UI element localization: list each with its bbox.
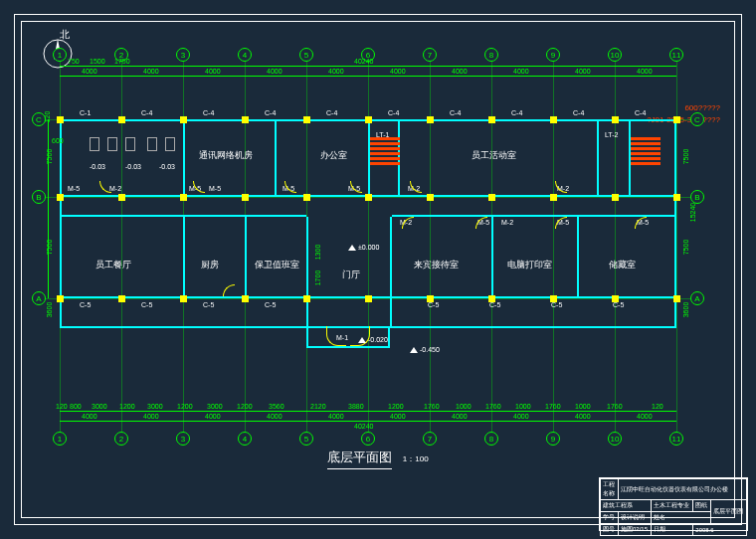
tb-cell: 施图02/15 <box>619 524 652 536</box>
dim: 4000 <box>267 68 283 75</box>
tb-cell: 建筑工程系 <box>601 500 652 512</box>
grid-bubble: 3 <box>176 48 190 62</box>
dim-total: 40240 <box>354 423 373 430</box>
dim: 4000 <box>205 68 221 75</box>
dim: 1750 <box>114 58 130 65</box>
room-label: 员工餐厅 <box>95 259 131 271</box>
grid-bubble: A <box>32 291 46 305</box>
dim-line <box>60 411 676 412</box>
grid-bubble: 1 <box>53 432 67 446</box>
dim: 7500 <box>46 240 53 256</box>
window-tag: C-4 <box>573 109 584 116</box>
dim: 3000 <box>92 403 107 410</box>
partition <box>275 121 277 196</box>
dim: 4000 <box>513 413 529 420</box>
dim: 3600 <box>46 302 53 318</box>
dim: 4000 <box>513 68 529 75</box>
dim: 4000 <box>328 68 344 75</box>
dim: 4000 <box>328 413 344 420</box>
fixture-wc <box>107 137 117 151</box>
tb-cell: 日期 <box>652 524 693 536</box>
fixture-wc <box>165 137 175 151</box>
stair-1 <box>370 137 400 167</box>
room-label: 电脑打印室 <box>507 259 552 271</box>
door-tag: M-5 <box>209 185 221 192</box>
note-600: 600 <box>52 137 64 144</box>
dim: 7500 <box>683 240 690 256</box>
grid-bubble: 4 <box>238 48 252 62</box>
stair-tag: LT-2 <box>605 131 619 138</box>
dim: 3000 <box>147 403 163 410</box>
dim: 15240 <box>689 203 696 222</box>
dim: 3880 <box>348 403 364 410</box>
window-tag: C-4 <box>141 109 152 116</box>
dim: 7500 <box>46 149 53 165</box>
dim: 1760 <box>424 403 440 410</box>
grid-bubble: 10 <box>608 432 622 446</box>
grid-bubble: 9 <box>546 432 560 446</box>
dim: 1760 <box>607 403 623 410</box>
window-tag: C-5 <box>141 301 152 308</box>
floor-plan: 1 2 3 4 5 6 7 8 9 10 11 1 2 3 4 5 6 7 8 … <box>60 90 676 368</box>
room-label: 员工活动室 <box>472 149 516 162</box>
elevation-marker: -0.020 <box>358 336 388 343</box>
room-label: 保卫值班室 <box>255 259 299 271</box>
window-tag: C-5 <box>551 301 562 308</box>
dim: 7500 <box>683 149 690 165</box>
tb-cell: 土木工程专业 <box>652 500 693 512</box>
dim: 4000 <box>205 413 221 420</box>
window-tag: C-4 <box>203 109 214 116</box>
fixture-elev: -0.03 <box>90 163 105 170</box>
dim: 1000 <box>456 403 472 410</box>
north-label: 北 <box>60 28 70 42</box>
window-tag: C-5 <box>203 301 214 308</box>
grid-bubble: 5 <box>299 432 313 446</box>
room-label: 储藏室 <box>609 259 636 271</box>
tb-projlabel: 工程名称 <box>601 479 619 500</box>
window-tag: C-5 <box>489 301 500 308</box>
dim: 4000 <box>637 413 653 420</box>
grid-bubble: 11 <box>669 432 683 446</box>
grid-bubble: 6 <box>361 432 375 446</box>
dim: 1200 <box>177 403 193 410</box>
dim: 1300 <box>314 245 321 261</box>
window-tag: C-5 <box>265 301 276 308</box>
grid-bubble: 10 <box>608 48 622 62</box>
stair-tag: LT-1 <box>376 131 390 138</box>
elevation-marker: -0.450 <box>410 346 440 353</box>
title-text: 底层平面图 <box>327 449 392 469</box>
window-tag: C-5 <box>613 301 624 308</box>
grid-bubble: A <box>690 291 704 305</box>
fixture-wc <box>147 137 157 151</box>
room-label: 办公室 <box>320 149 347 162</box>
tb-sheet: 底层平面图 <box>710 500 746 524</box>
partition <box>491 217 493 298</box>
grid-bubble: 5 <box>299 48 313 62</box>
dim: 1700 <box>314 270 321 286</box>
window-tag: C-1 <box>80 109 91 116</box>
room-label: 来宾接待室 <box>414 259 459 271</box>
dim: 4000 <box>143 413 159 420</box>
dim: 1200 <box>388 403 404 410</box>
grid-bubble: 7 <box>423 48 437 62</box>
partition <box>183 217 185 298</box>
partition <box>577 217 579 298</box>
dim: 120 <box>44 111 51 123</box>
door-tag: M-5 <box>68 185 80 192</box>
dim: 4000 <box>82 68 97 75</box>
drawing-title: 底层平面图 1：100 <box>279 448 477 469</box>
dim: 4000 <box>575 413 591 420</box>
grid-bubble: 7 <box>423 432 437 446</box>
partition <box>245 217 247 298</box>
dim-line <box>60 66 676 67</box>
dim: 1200 <box>119 403 135 410</box>
grid-bubble: 4 <box>238 432 252 446</box>
grid-bubble: 2 <box>114 432 128 446</box>
dim: 4000 <box>390 413 406 420</box>
dim: 1760 <box>485 403 501 410</box>
partition <box>183 121 185 196</box>
partition <box>390 217 392 328</box>
fixture-elev: -0.03 <box>159 163 175 170</box>
tb-cell: 设计说明 <box>619 512 652 524</box>
dim-line <box>48 119 49 298</box>
